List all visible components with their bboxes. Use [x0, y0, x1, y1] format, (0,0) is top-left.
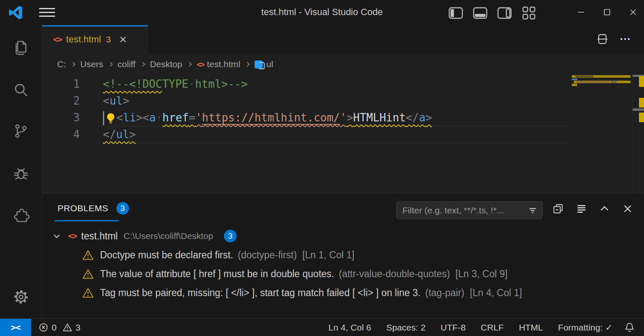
- run-debug-icon[interactable]: [11, 163, 31, 183]
- problem-row[interactable]: Tag must be paired, missing: [ </li> ], …: [42, 284, 644, 302]
- code-line[interactable]: 4</ul>: [42, 126, 570, 143]
- maximize-icon[interactable]: [599, 5, 615, 19]
- chevron-right-icon: [187, 62, 192, 66]
- explorer-icon[interactable]: [11, 38, 31, 58]
- minimap-text: [576, 76, 593, 77]
- code-token: </: [103, 128, 116, 141]
- toggle-sidebar-icon[interactable]: [448, 6, 463, 20]
- chevron-down-icon: [54, 232, 60, 238]
- code-line[interactable]: 3<li><a·href='https://htmlhint.com/'>HTM…: [42, 109, 570, 126]
- code-line[interactable]: 1<!--<!DOCTYPE·html>-->: [42, 76, 570, 92]
- more-actions-icon[interactable]: [619, 33, 631, 45]
- status-item[interactable]: HTML: [519, 323, 543, 333]
- problem-row[interactable]: The value of attribute [ href ] must be …: [42, 265, 644, 284]
- problems-count-badge: 3: [116, 202, 129, 215]
- code-token: https://htmlhint.com/: [202, 111, 340, 125]
- code-token: a: [419, 111, 426, 124]
- problems-file-path: C:\Users\coliff\Desktop: [124, 231, 213, 241]
- search-icon[interactable]: [11, 80, 31, 100]
- tab-close-icon[interactable]: [118, 35, 128, 44]
- close-window-icon[interactable]: [626, 5, 641, 19]
- customize-layout-icon[interactable]: [521, 6, 536, 20]
- minimap[interactable]: [570, 75, 632, 193]
- ruler-warning-marker: [639, 76, 644, 87]
- problem-message: The value of attribute [ href ] must be …: [100, 268, 334, 280]
- toggle-panel-icon[interactable]: [473, 6, 488, 20]
- title-bar: test.html - Visual Studio Code: [0, 0, 644, 25]
- code-token: ·: [156, 111, 163, 124]
- vscode-logo-icon[interactable]: [8, 5, 24, 21]
- breadcrumb-item[interactable]: Users: [80, 59, 103, 69]
- code-token: >: [129, 128, 136, 141]
- warning-icon: [63, 323, 72, 332]
- problem-rule: (tag-pair): [425, 287, 464, 299]
- code-token: ': [340, 111, 347, 124]
- line-number: 1: [42, 76, 80, 92]
- ruler-warning-marker: [639, 113, 644, 122]
- problem-message: Doctype must be declared first.: [100, 249, 233, 261]
- code-token: ul: [116, 128, 129, 141]
- code-line[interactable]: 2<ul>: [42, 92, 570, 109]
- layout-controls: [448, 6, 536, 20]
- overview-ruler: [632, 75, 644, 193]
- status-item[interactable]: CRLF: [481, 323, 504, 333]
- code-editor[interactable]: 1<!--<!DOCTYPE·html>-->2<ul>3<li><a·href…: [42, 75, 644, 193]
- vscode-window: test.html - Visual Studio Code: [0, 0, 644, 336]
- problem-rule: (attr-value-double-quotes): [339, 268, 450, 280]
- code-token: <: [103, 94, 110, 107]
- close-panel-icon[interactable]: [622, 203, 633, 215]
- status-item[interactable]: Ln 4, Col 6: [329, 323, 371, 333]
- tab-test-html[interactable]: <> test.html 3: [42, 25, 148, 54]
- html-file-icon: <>: [197, 60, 204, 69]
- code-token: ': [195, 111, 202, 124]
- error-icon: [39, 323, 48, 332]
- problems-file-row[interactable]: <> test.html C:\Users\coliff\Desktop 3: [42, 226, 644, 246]
- chevron-right-icon: [108, 62, 113, 66]
- minimap-line: [572, 84, 577, 86]
- extensions-icon[interactable]: [11, 205, 31, 225]
- source-control-icon[interactable]: [11, 121, 31, 141]
- warning-count: 3: [76, 323, 81, 333]
- view-as-table-icon[interactable]: [576, 203, 587, 215]
- code-token: >: [123, 94, 129, 107]
- breadcrumb-item[interactable]: Desktop: [150, 59, 182, 69]
- chevron-right-icon: [71, 62, 75, 66]
- tab-problems[interactable]: PROBLEMS 3: [58, 202, 129, 215]
- status-problems[interactable]: 0 3: [39, 323, 80, 333]
- status-item[interactable]: UTF-8: [441, 323, 466, 333]
- collapse-all-icon[interactable]: [552, 203, 564, 215]
- split-editor-icon[interactable]: [596, 32, 609, 46]
- remote-indicator[interactable]: ><: [0, 319, 31, 336]
- breadcrumb-item[interactable]: ul: [255, 59, 273, 69]
- status-item[interactable]: Spaces: 2: [386, 323, 425, 333]
- breadcrumb-label: C:: [57, 59, 66, 69]
- lightbulb-slot: [103, 110, 116, 126]
- breadcrumb-item[interactable]: C:: [57, 59, 66, 69]
- file-problems-badge: 3: [224, 230, 237, 242]
- code-token: </: [406, 111, 419, 124]
- symbol-ul-icon: [255, 60, 263, 68]
- problems-tab-label: PROBLEMS: [58, 203, 108, 213]
- toggle-secondary-sidebar-icon[interactable]: [497, 6, 512, 20]
- problem-message: Tag must be paired, missing: [ </li> ], …: [100, 287, 421, 299]
- lightbulb-icon[interactable]: [105, 113, 116, 124]
- problem-location: [Ln 1, Col 1]: [302, 249, 355, 261]
- error-count: 0: [52, 323, 57, 333]
- filter-input[interactable]: [402, 205, 527, 215]
- status-item[interactable]: Formatting: ✓: [558, 323, 612, 333]
- window-title: test.html - Visual Studio Code: [261, 7, 383, 18]
- breadcrumb: C:UserscoliffDesktop<>test.htmlul: [42, 54, 644, 75]
- code-lines: 1<!--<!DOCTYPE·html>-->2<ul>3<li><a·href…: [42, 76, 570, 143]
- tab-problem-count: 3: [106, 35, 110, 45]
- notifications-bell-icon[interactable]: [624, 322, 635, 333]
- maximize-panel-icon[interactable]: [599, 203, 610, 215]
- html-file-icon: <>: [68, 231, 76, 241]
- line-content: </ul>: [103, 128, 136, 141]
- problem-row[interactable]: Doctype must be declared first.(doctype-…: [42, 246, 644, 265]
- minimize-icon[interactable]: [573, 5, 589, 19]
- settings-gear-icon[interactable]: [11, 287, 31, 307]
- menu-icon[interactable]: [39, 8, 55, 17]
- breadcrumb-item[interactable]: coliff: [118, 59, 136, 69]
- breadcrumb-item[interactable]: <>test.html: [197, 59, 240, 69]
- filter-icon[interactable]: [527, 205, 538, 216]
